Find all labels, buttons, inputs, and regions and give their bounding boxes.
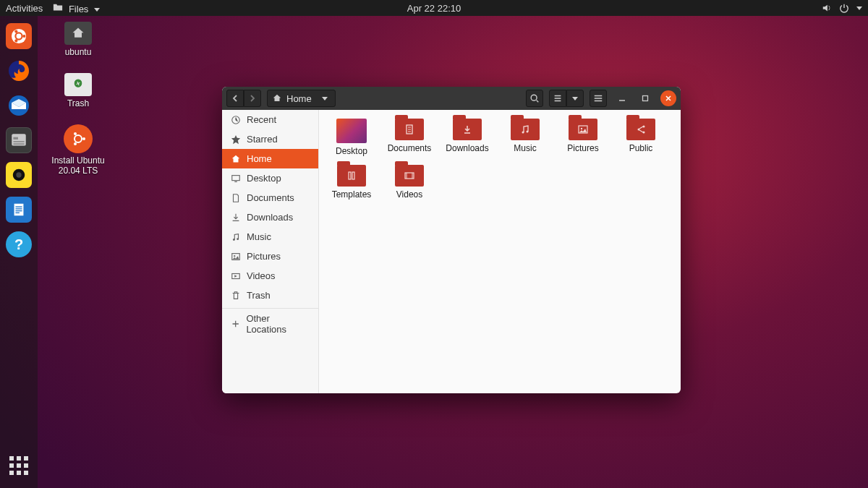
clock[interactable]: Apr 22 22:10 [407, 3, 461, 14]
folder-public-icon [626, 119, 655, 140]
folder-music-icon [511, 119, 540, 140]
svg-point-4 [14, 39, 17, 42]
folder-videos[interactable]: Videos [384, 165, 435, 200]
app-menu-button[interactable]: Files [53, 2, 100, 14]
desktop-icons: ubuntu Trash Install Ubuntu 20.04 LTS [45, 22, 111, 176]
document-icon [231, 193, 241, 203]
sidebar-item-label: Downloads [247, 212, 293, 223]
dock-show-apps[interactable] [7, 453, 31, 478]
pictures-icon [231, 252, 241, 262]
folder-icon [53, 2, 63, 12]
dock-app-files[interactable] [6, 127, 32, 153]
sidebar-item-label: Pictures [247, 251, 281, 262]
svg-rect-25 [232, 175, 240, 180]
chevron-down-icon [322, 97, 328, 100]
chevron-down-icon[interactable] [856, 7, 862, 10]
chevron-down-icon [94, 8, 100, 12]
svg-rect-8 [13, 137, 18, 140]
folder-downloads[interactable]: Downloads [442, 119, 493, 156]
home-icon [231, 154, 241, 164]
folder-templates-icon [337, 165, 366, 187]
star-icon [231, 134, 241, 145]
folder-label: Pictures [567, 143, 598, 153]
svg-point-32 [522, 132, 524, 134]
view-dropdown-button[interactable] [566, 90, 584, 107]
folder-desktop[interactable]: Desktop [326, 119, 377, 156]
folder-label: Music [514, 143, 536, 153]
desktop-icon-label: Install Ubuntu [51, 155, 104, 166]
search-button[interactable] [526, 90, 543, 107]
sidebar-item-downloads[interactable]: Downloads [222, 207, 318, 227]
svg-point-20 [74, 132, 77, 135]
sidebar-item-trash[interactable]: Trash [222, 286, 318, 305]
desktop-icon-trash[interactable]: Trash [45, 73, 111, 108]
sidebar-item-pictures[interactable]: Pictures [222, 247, 318, 266]
view-list-button[interactable] [549, 90, 566, 107]
folder-music[interactable]: Music [500, 119, 550, 156]
svg-rect-14 [15, 206, 22, 207]
close-icon [665, 95, 672, 102]
svg-rect-9 [13, 141, 24, 142]
svg-rect-39 [349, 172, 351, 179]
question-icon: ? [14, 236, 23, 253]
dock-app-libreoffice[interactable] [6, 197, 32, 223]
desktop-icon [231, 174, 241, 184]
desktop-icon-home[interactable]: ubuntu [45, 22, 111, 57]
thunderbird-icon [7, 94, 30, 117]
hamburger-icon [593, 93, 603, 103]
folder-public[interactable]: Public [616, 119, 666, 156]
svg-point-19 [82, 137, 85, 140]
sidebar-item-other-locations[interactable]: Other Locations [222, 308, 318, 339]
music-icon [231, 232, 241, 242]
sidebar: Recent Starred Home Desktop Documents Do… [222, 110, 319, 393]
folder-pictures-icon [569, 119, 597, 140]
svg-rect-13 [14, 204, 24, 216]
trash-icon [64, 73, 92, 96]
dock-app-ubuntu[interactable] [6, 23, 32, 49]
volume-icon[interactable] [822, 3, 832, 13]
nav-back-button[interactable] [226, 90, 244, 107]
folder-grid: Desktop Documents Downloads Music [319, 110, 681, 393]
dock-app-firefox[interactable] [6, 58, 32, 84]
sidebar-item-label: Videos [247, 270, 276, 281]
folder-documents[interactable]: Documents [384, 119, 435, 156]
nav-forward-button[interactable] [244, 90, 261, 107]
sidebar-item-documents[interactable]: Documents [222, 188, 318, 207]
sidebar-item-videos[interactable]: Videos [222, 266, 318, 286]
path-bar[interactable]: Home [267, 90, 336, 107]
svg-rect-23 [643, 96, 648, 101]
ubuntu-icon [11, 28, 27, 44]
speaker-icon [11, 167, 27, 183]
folder-label: Templates [332, 189, 372, 200]
trash-icon [231, 291, 241, 301]
sidebar-item-recent[interactable]: Recent [222, 110, 318, 129]
folder-templates[interactable]: Templates [326, 165, 377, 200]
window-close-button[interactable] [660, 90, 676, 106]
folder-label: Downloads [446, 143, 488, 153]
desktop-icon-installer[interactable]: Install Ubuntu 20.04 LTS [45, 124, 111, 176]
sidebar-item-starred[interactable]: Starred [222, 129, 318, 149]
sidebar-item-music[interactable]: Music [222, 227, 318, 247]
svg-point-2 [22, 35, 25, 38]
hamburger-menu-button[interactable] [590, 90, 607, 107]
chevron-right-icon [248, 94, 257, 103]
folder-pictures[interactable]: Pictures [558, 119, 608, 156]
power-icon[interactable] [839, 3, 849, 13]
dock-app-help[interactable]: ? [6, 231, 32, 257]
svg-point-27 [237, 238, 239, 240]
dock-app-rhythmbox[interactable] [6, 162, 32, 188]
window-maximize-button[interactable] [637, 90, 653, 106]
dock-app-thunderbird[interactable] [6, 93, 32, 119]
files-icon [9, 131, 28, 150]
files-window: Home R [222, 87, 681, 393]
sidebar-item-home[interactable]: Home [222, 149, 318, 168]
titlebar[interactable]: Home [222, 87, 681, 110]
svg-rect-17 [15, 213, 20, 213]
path-label: Home [286, 93, 312, 104]
window-minimize-button[interactable] [614, 90, 630, 106]
folder-label: Desktop [336, 146, 367, 156]
sidebar-item-desktop[interactable]: Desktop [222, 168, 318, 188]
svg-point-3 [14, 30, 17, 33]
app-menu-label: Files [69, 4, 88, 14]
activities-button[interactable]: Activities [6, 3, 43, 14]
